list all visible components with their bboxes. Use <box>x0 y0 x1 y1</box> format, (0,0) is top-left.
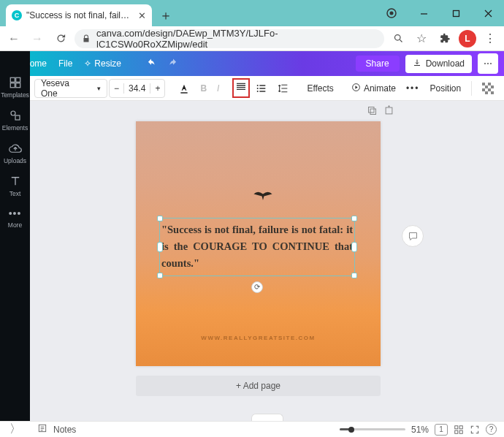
sidebar-item-elements[interactable]: Elements <box>2 109 28 132</box>
svg-rect-21 <box>15 77 20 82</box>
font-size-stepper[interactable]: − 34.4 + <box>109 79 165 98</box>
browser-titlebar: C "Success is not final, failure is not … <box>0 0 504 26</box>
effects-button[interactable]: Effects <box>302 79 337 98</box>
window-maximize-button[interactable] <box>440 0 472 26</box>
alignment-button[interactable] <box>232 78 250 98</box>
spacing-button[interactable] <box>273 79 294 98</box>
undo-button[interactable] <box>140 51 162 76</box>
resize-handle[interactable] <box>157 242 163 252</box>
search-icon[interactable] <box>389 29 408 48</box>
font-family-select[interactable]: Yeseva One ▾ <box>34 79 107 98</box>
svg-rect-23 <box>15 83 20 88</box>
collapse-sidebar-button[interactable]: 〉 <box>0 421 30 437</box>
bookmark-star-icon[interactable]: ☆ <box>412 29 431 48</box>
nav-reload-button[interactable] <box>51 29 70 48</box>
svg-rect-17 <box>488 88 491 91</box>
lock-icon <box>82 34 91 43</box>
window-close-button[interactable] <box>472 0 504 26</box>
resize-handle[interactable] <box>157 273 163 278</box>
editor-toolbar: Yeseva One ▾ − 34.4 + B I Effects Animat… <box>30 76 504 101</box>
side-rail: Templates Elements Uploads Text ••• More <box>0 51 30 421</box>
svg-rect-14 <box>485 86 488 88</box>
svg-point-10 <box>257 91 259 92</box>
canva-favicon: C <box>12 10 22 20</box>
transparency-button[interactable] <box>478 79 498 98</box>
window-minimize-button[interactable] <box>408 0 440 26</box>
font-size-value[interactable]: 34.4 <box>123 83 150 94</box>
decrease-font-button[interactable]: − <box>110 83 123 94</box>
tab-title: "Success is not final, failure is not <box>26 10 134 20</box>
duplicate-page-icon[interactable] <box>367 105 378 119</box>
svg-line-7 <box>400 39 402 42</box>
panel-grip[interactable] <box>251 414 283 421</box>
sidebar-item-more[interactable]: ••• More <box>8 208 22 229</box>
svg-point-8 <box>257 85 259 86</box>
notes-label[interactable]: Notes <box>53 425 76 435</box>
new-tab-button[interactable]: ＋ <box>156 6 175 25</box>
resize-handle[interactable] <box>157 216 163 221</box>
svg-rect-16 <box>482 88 485 91</box>
bold-button[interactable]: B <box>196 79 211 98</box>
download-icon <box>413 58 421 69</box>
svg-rect-22 <box>10 83 15 88</box>
comment-button[interactable] <box>402 225 424 247</box>
chevron-down-icon: ▾ <box>97 85 101 92</box>
nav-back-button[interactable]: ← <box>4 29 23 48</box>
canvas-area[interactable]: "Success is not final, failure is not fa… <box>30 101 504 421</box>
svg-rect-27 <box>370 109 376 115</box>
svg-point-9 <box>257 88 259 89</box>
page-tools <box>367 105 394 119</box>
resize-button[interactable]: ✧ Resize <box>78 51 127 76</box>
fullscreen-icon[interactable] <box>470 425 480 435</box>
animate-button[interactable]: Animate <box>347 79 400 98</box>
browser-menu-icon[interactable]: ⋮ <box>481 29 500 48</box>
list-button[interactable] <box>251 79 272 98</box>
share-button[interactable]: Share <box>356 56 400 72</box>
address-field[interactable]: canva.com/design/DAEwp_MTM3Y/LJLFo-lC1CS… <box>75 29 384 48</box>
position-button[interactable]: Position <box>426 79 466 98</box>
url-text: canva.com/design/DAEwp_MTM3Y/LJLFo-lC1CS… <box>96 28 377 50</box>
quote-textbox[interactable]: "Success is not final, failure is not fa… <box>159 218 355 276</box>
browser-tab[interactable]: C "Success is not final, failure is not … <box>6 4 152 26</box>
add-page-above-icon[interactable] <box>383 105 394 119</box>
download-button[interactable]: Download <box>405 55 472 73</box>
page-indicator-button[interactable]: 1 <box>435 424 448 436</box>
increase-font-button[interactable]: + <box>150 83 164 94</box>
grid-view-icon[interactable] <box>454 425 464 435</box>
rotate-handle[interactable]: ⟳ <box>251 281 263 293</box>
zoom-level[interactable]: 51% <box>411 425 429 435</box>
svg-rect-32 <box>455 430 458 433</box>
sidebar-item-templates[interactable]: Templates <box>1 76 29 99</box>
help-icon[interactable]: ? <box>486 424 497 435</box>
window-controls <box>375 0 504 26</box>
resize-icon: ✧ <box>84 58 91 69</box>
toolbar-more-button[interactable]: ••• <box>402 79 424 98</box>
zoom-slider[interactable] <box>340 428 405 430</box>
design-page[interactable]: "Success is not final, failure is not fa… <box>136 121 381 366</box>
profile-avatar[interactable]: L <box>459 30 476 48</box>
resize-handle[interactable] <box>351 273 357 278</box>
resize-handle[interactable] <box>351 242 357 252</box>
quote-text[interactable]: "Success is not final, failure is not fa… <box>161 221 353 273</box>
site-credit-text[interactable]: WWW.REALLYGREATSITE.COM <box>136 335 381 341</box>
tab-close-icon[interactable]: ✕ <box>138 10 146 21</box>
add-page-button[interactable]: + Add page <box>136 376 381 396</box>
svg-rect-12 <box>482 83 485 86</box>
svg-point-24 <box>11 111 15 115</box>
resize-handle[interactable] <box>351 216 357 221</box>
editor-footer: Notes 51% 1 ? <box>30 421 504 437</box>
header-more-button[interactable]: ⋯ <box>478 53 498 74</box>
svg-rect-19 <box>491 91 494 94</box>
italic-button[interactable]: I <box>213 79 224 98</box>
svg-rect-28 <box>386 107 392 114</box>
sidebar-item-text[interactable]: Text <box>9 175 22 197</box>
notes-icon[interactable] <box>37 423 47 436</box>
sidebar-item-uploads[interactable]: Uploads <box>4 142 26 164</box>
account-circle-icon[interactable] <box>375 0 408 26</box>
extensions-icon[interactable] <box>435 29 454 48</box>
animate-icon <box>351 83 361 94</box>
svg-rect-31 <box>459 425 462 428</box>
text-color-button[interactable] <box>174 79 194 98</box>
file-menu[interactable]: File <box>53 51 78 76</box>
redo-button[interactable] <box>162 51 184 76</box>
